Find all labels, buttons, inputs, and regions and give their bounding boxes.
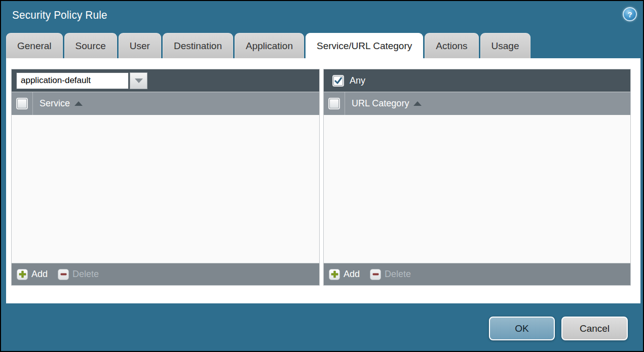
service-toolbar bbox=[12, 69, 319, 92]
service-delete-button[interactable]: Delete bbox=[58, 269, 99, 280]
url-category-select-all-checkbox[interactable] bbox=[329, 99, 339, 108]
service-type-dropdown-button[interactable] bbox=[130, 72, 147, 89]
url-category-list bbox=[324, 115, 630, 263]
any-checkbox[interactable] bbox=[333, 76, 343, 86]
tab-destination[interactable]: Destination bbox=[163, 33, 233, 58]
tab-actions[interactable]: Actions bbox=[425, 33, 478, 58]
tab-content-area: Service Add Delete bbox=[6, 58, 640, 303]
url-category-column-label[interactable]: URL Category bbox=[352, 98, 409, 109]
dialog-title: Security Policy Rule bbox=[12, 9, 107, 22]
ok-button[interactable]: OK bbox=[489, 317, 555, 340]
service-list bbox=[12, 115, 319, 263]
sort-ascending-icon[interactable] bbox=[413, 101, 422, 106]
sort-ascending-icon[interactable] bbox=[74, 101, 83, 106]
url-category-column-header: URL Category bbox=[324, 92, 630, 115]
service-header-checkbox-cell bbox=[12, 92, 33, 115]
service-type-combo bbox=[16, 72, 147, 89]
url-category-header-checkbox-cell bbox=[324, 92, 345, 115]
service-type-input[interactable] bbox=[16, 72, 129, 89]
url-category-toolbar: Any bbox=[324, 69, 630, 92]
url-category-panel: Any URL Category Add bbox=[323, 69, 631, 286]
cancel-button[interactable]: Cancel bbox=[561, 317, 628, 340]
service-add-button[interactable]: Add bbox=[17, 269, 48, 280]
minus-icon bbox=[370, 269, 381, 280]
tab-source[interactable]: Source bbox=[64, 33, 117, 58]
minus-icon bbox=[58, 269, 69, 280]
tab-usage[interactable]: Usage bbox=[480, 33, 531, 58]
service-footer: Add Delete bbox=[12, 263, 319, 285]
url-category-footer: Add Delete bbox=[324, 263, 630, 285]
plus-icon bbox=[17, 269, 28, 280]
tab-bar: General Source User Destination Applicat… bbox=[6, 33, 531, 58]
service-panel: Service Add Delete bbox=[11, 69, 320, 286]
service-column-label[interactable]: Service bbox=[40, 98, 70, 109]
service-select-all-checkbox[interactable] bbox=[17, 99, 27, 108]
service-column-header: Service bbox=[12, 92, 319, 115]
url-category-delete-button[interactable]: Delete bbox=[370, 269, 411, 280]
any-label: Any bbox=[350, 75, 365, 86]
help-icon[interactable]: ? bbox=[623, 7, 637, 21]
tab-application[interactable]: Application bbox=[235, 33, 304, 58]
check-icon bbox=[334, 76, 343, 85]
tab-user[interactable]: User bbox=[119, 33, 161, 58]
tab-service-url-category[interactable]: Service/URL Category bbox=[306, 33, 423, 59]
any-row: Any bbox=[328, 75, 365, 86]
chevron-down-icon bbox=[135, 79, 143, 83]
tab-general[interactable]: General bbox=[6, 33, 63, 58]
security-policy-rule-dialog: Security Policy Rule ? General Source Us… bbox=[0, 0, 644, 352]
plus-icon bbox=[329, 269, 340, 280]
help-glyph: ? bbox=[627, 10, 632, 19]
url-category-add-button[interactable]: Add bbox=[329, 269, 360, 280]
